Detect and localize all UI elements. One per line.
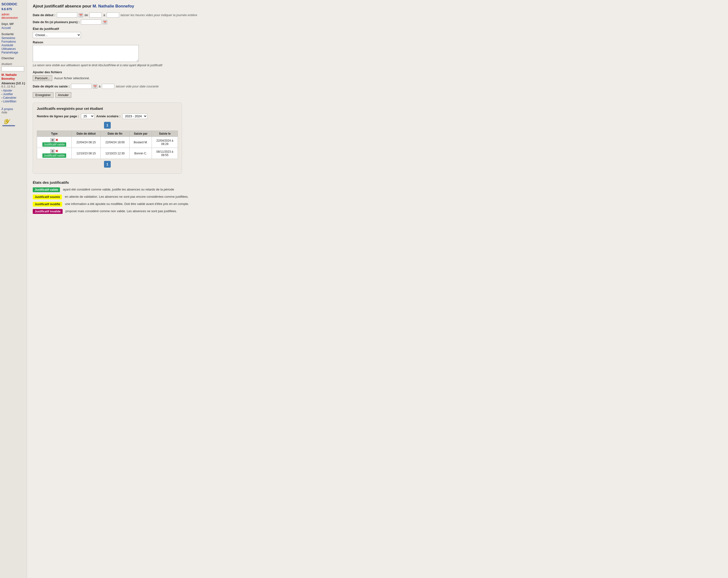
table-row: 🖹 ✕ Justificatif valide 12/10/23 08:15 1… [37,148,178,159]
bullet-calendrier: • Calendrier [1,96,25,99]
row2-date-fin: 12/10/23 12:30 [101,148,130,159]
admin-link[interactable]: admin [1,13,25,16]
link-ajouter[interactable]: Ajouter [3,89,12,92]
link-calendrier[interactable]: Calendrier [3,96,16,99]
row1-saisie-par: Boulard M. [130,137,152,148]
sidebar-item-semestres[interactable]: Semestres [1,36,25,40]
row2-type-badge: Justificatif valide [42,153,66,158]
page-title-student: M. Nathalie Bonnefoy [93,4,134,8]
main-content: Ajout justificatif absence pour M. Natha… [27,0,728,578]
etat-desc-soumis: en attente de validation. Les absences n… [65,195,188,199]
link-liste-bilan[interactable]: Liste/Bilan [3,100,16,103]
enregistrer-button[interactable]: Enregistrer [33,92,53,98]
student-name[interactable]: M. Nathalie Bonnefoy [1,73,25,81]
page-title-static: Ajout justificatif absence pour [33,4,92,8]
etat-badge-modifie: Justificatif modifié [33,202,62,207]
row2-saisie-le: 08/11/2023 à08:55 [152,148,178,159]
row2-saisie-par: Bonnin C. [130,148,152,159]
heure-debut-input[interactable] [89,12,102,18]
row1-type-badge: Justificatif valide [42,142,66,147]
raison-label: Raison [33,41,722,44]
bullet-justifier: • Justifier [1,93,25,96]
edit-icon-1[interactable]: 🖹 [50,138,55,142]
date-fin-cal-icon[interactable]: 📅 [103,20,107,24]
edit-icon-2[interactable]: 🖹 [50,149,55,153]
row1-actions: 🖹 ✕ [39,138,70,142]
de-label: de [84,13,88,17]
app-version: 9.6.975 [1,7,25,11]
raison-textarea[interactable] [33,45,139,62]
depot-heure-input[interactable] [102,84,114,89]
etat-badge-invalide: Justificatif invalide [33,209,62,214]
dept-label: Dépt. MP [1,22,25,26]
etat-badge-soumis: Justificatif soumis [33,195,62,199]
etat-badge-valide: Justificatif valide [33,187,60,192]
etat-row-invalide: Justificatif invalide proposé mais consi… [33,209,197,214]
annee-select[interactable]: 2023 - 2024 2022 - 2023 2021 - 2022 [122,114,147,119]
bullet-liste-bilan: • Liste/Bilan [1,100,25,103]
annuler-button[interactable]: Annuler [55,92,72,98]
col-date-debut: Date de début [72,131,101,137]
sidebar-item-formations[interactable]: Formations [1,40,25,43]
depot-date-input[interactable] [71,84,92,89]
form-buttons: Enregistrer Annuler [33,92,722,98]
col-type: Type [37,131,72,137]
brand-logo-img: 𝒴 [1,117,16,127]
sidebar: SCODOC 9.6.975 admin déconnexion Dépt. M… [0,0,27,578]
apropos-link[interactable]: À propos [1,107,25,111]
col-saisie-le: Saisie le [152,131,178,137]
pagination-top: 1 [37,122,178,129]
etat-label: État du justificatif [33,27,722,31]
table-row: 🖹 ✕ Justificatif valide 22/04/24 08:15 2… [37,137,178,148]
page-title: Ajout justificatif absence pour M. Natha… [33,4,722,9]
page-btn-top[interactable]: 1 [104,122,111,129]
delete-icon-2[interactable]: ✕ [55,149,58,153]
date-debut-row: Date de début : 📅 de à laisser les heure… [33,12,722,18]
justif-table: Type Date de début Date de fin Saisie pa… [37,130,178,159]
raison-note: La raison sera visible aux utilisateurs … [33,64,177,67]
sidebar-item-utilisateurs[interactable]: Utilisateurs [1,47,25,51]
depot-a-label: à [99,84,100,88]
depot-cal-icon[interactable]: 📅 [93,84,97,89]
link-justifier[interactable]: Justifier [3,93,13,96]
bullet-ajouter: • Ajouter [1,89,25,92]
etat-row-soumis: Justificatif soumis en attente de valida… [33,195,197,199]
file-row: Parcourir... Aucun fichier sélectionné. [33,75,722,81]
date-debut-cal-icon[interactable]: 📅 [79,13,83,17]
col-saisie-par: Saisie par [130,131,152,137]
etat-select[interactable]: Choisir... Justificatif valide Justifica… [33,32,81,38]
row1-date-fin: 22/04/24 18:00 [101,137,130,148]
sidebar-item-parametrage[interactable]: Paramétrage [1,51,25,54]
accueil-link[interactable]: Accueil [1,26,25,30]
etat-desc-valide: ayant été considéré comme valide, justif… [63,187,174,192]
row1-type: 🖹 ✕ Justificatif valide [37,137,72,148]
row1-saisie-le: 22/04/2024 à08:28 [152,137,178,148]
date-debut-input[interactable] [57,12,77,18]
etat-desc-modifie: une information a été ajoutée ou modifié… [65,202,189,206]
app-logo: SCODOC [1,2,25,6]
row2-date-debut: 12/10/23 08:15 [72,148,101,159]
parcourir-button[interactable]: Parcourir... [33,75,52,81]
heure-fin-input[interactable] [107,12,119,18]
lignes-select[interactable]: 25 50 100 [81,114,94,119]
sidebar-item-assiduite[interactable]: Assiduité [1,44,25,47]
row1-date-debut: 22/04/24 08:15 [72,137,101,148]
aide-link[interactable]: Aide [1,111,25,114]
date-fin-input[interactable] [81,20,101,25]
scolarite-label: Scolarité [1,32,25,36]
delete-icon-1[interactable]: ✕ [55,138,58,142]
etat-row-valide: Justificatif valide ayant été considéré … [33,187,197,192]
svg-text:𝒴: 𝒴 [3,118,10,125]
a-label-1: à [103,13,105,17]
heures-hint: laisser les heures vides pour indiquer l… [121,13,198,17]
chercher-label: Chercher [1,57,25,60]
justif-section-title: Justificatifs enregistrés pour cet étudi… [37,107,178,110]
row2-actions: 🖹 ✕ [39,149,70,153]
deconnexion-link[interactable]: déconnexion [1,16,25,20]
date-fin-label: Date de fin (si plusieurs jours) : [33,20,79,24]
fichiers-label: Ajouter des fichiers [33,70,722,74]
justif-section: Justificatifs enregistrés pour cet étudi… [33,103,182,174]
etats-title: États des justificatifs [33,180,197,184]
search-input[interactable] [1,67,24,71]
page-btn-bottom[interactable]: 1 [104,161,111,168]
